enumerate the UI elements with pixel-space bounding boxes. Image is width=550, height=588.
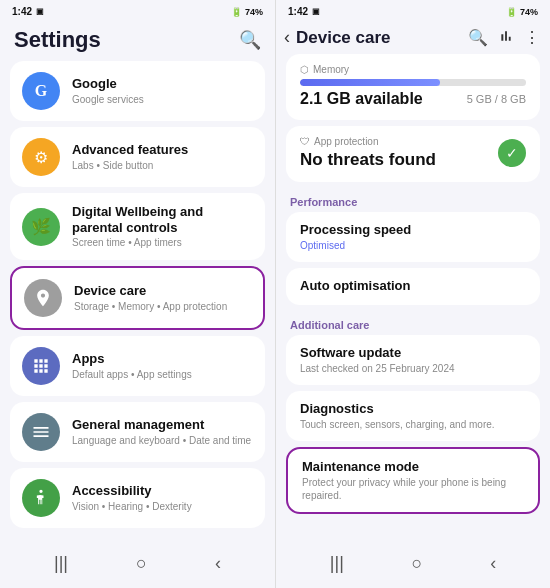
right-header-icons: 🔍 ⋮ [468,28,540,47]
devicecare-icon [24,279,62,317]
protection-text: 🛡 App protection No threats found [300,136,436,170]
protection-section: 🛡 App protection No threats found ✓ [286,126,540,182]
right-chart-icon[interactable] [498,28,514,47]
left-panel: 1:42 ▣ 🔋 74% Settings 🔍 G Google Google … [0,0,275,588]
left-time: 1:42 [12,6,32,17]
settings-item-wellbeing[interactable]: 🌿 Digital Wellbeing and parental control… [10,193,265,260]
right-more-icon[interactable]: ⋮ [524,28,540,47]
left-status-bar: 1:42 ▣ 🔋 74% [0,0,275,21]
protection-label: 🛡 App protection [300,136,436,147]
advanced-subtitle: Labs • Side button [72,159,253,172]
left-status-left: 1:42 ▣ [12,6,44,17]
settings-item-devicecare[interactable]: Device care Storage • Memory • App prote… [10,266,265,330]
apps-title: Apps [72,351,253,367]
apps-subtitle: Default apps • App settings [72,368,253,381]
left-nav-back[interactable]: ‹ [205,549,231,578]
devicecare-text: Device care Storage • Memory • App prote… [74,283,251,313]
left-battery: 74% [245,7,263,17]
left-header: Settings 🔍 [0,21,275,61]
left-nav-menu[interactable]: ||| [44,549,78,578]
accessibility-title: Accessibility [72,483,253,499]
memory-stats: 2.1 GB available 5 GB / 8 GB [300,90,526,108]
right-panel: 1:42 ▣ 🔋 74% ‹ Device care 🔍 ⋮ ⬡ Memor [275,0,550,588]
accessibility-icon [22,479,60,517]
devicecare-subtitle: Storage • Memory • App protection [74,300,251,313]
settings-item-advanced[interactable]: ⚙ Advanced features Labs • Side button [10,127,265,187]
left-bottom-nav: ||| ○ ‹ [0,541,275,588]
google-icon: G [22,72,60,110]
google-text: Google Google services [72,76,253,106]
google-title: Google [72,76,253,92]
settings-item-google[interactable]: G Google Google services [10,61,265,121]
right-time: 1:42 [288,6,308,17]
right-bottom-nav: ||| ○ ‹ [276,541,550,588]
diagnostics-item[interactable]: Diagnostics Touch screen, sensors, charg… [286,391,540,441]
left-page-title: Settings [14,27,101,53]
left-battery-icon: 🔋 [231,7,242,17]
settings-item-accessibility[interactable]: Accessibility Vision • Hearing • Dexteri… [10,468,265,528]
additional-header: Additional care [286,311,540,335]
right-status-left: 1:42 ▣ [288,6,320,17]
processing-speed-item[interactable]: Processing speed Optimised [286,212,540,262]
check-icon: ✓ [498,139,526,167]
general-subtitle: Language and keyboard • Date and time [72,434,253,447]
apps-icon [22,347,60,385]
right-status-bar: 1:42 ▣ 🔋 74% [276,0,550,21]
wellbeing-subtitle: Screen time • App timers [72,236,253,249]
devicecare-title: Device care [74,283,251,299]
right-search-icon[interactable]: 🔍 [468,28,488,47]
apps-text: Apps Default apps • App settings [72,351,253,381]
diagnostics-subtitle: Touch screen, sensors, charging, and mor… [300,418,526,431]
software-update-subtitle: Last checked on 25 February 2024 [300,362,526,375]
advanced-icon: ⚙ [22,138,60,176]
left-nav-home[interactable]: ○ [126,549,157,578]
shield-icon: 🛡 [300,136,310,147]
advanced-title: Advanced features [72,142,253,158]
wellbeing-icon: 🌿 [22,208,60,246]
software-update-title: Software update [300,345,526,360]
settings-item-general[interactable]: General management Language and keyboard… [10,402,265,462]
memory-label: ⬡ Memory [300,64,526,75]
right-status-right: 🔋 74% [506,7,538,17]
right-header: ‹ Device care 🔍 ⋮ [276,21,550,54]
memory-icon: ⬡ [300,64,309,75]
right-page-title: Device care [296,28,468,48]
general-text: General management Language and keyboard… [72,417,253,447]
maintenance-mode-subtitle: Protect your privacy while your phone is… [302,476,524,502]
memory-bar [300,79,526,86]
processing-speed-title: Processing speed [300,222,526,237]
maintenance-mode-item[interactable]: Maintenance mode Protect your privacy wh… [286,447,540,514]
memory-available: 2.1 GB available [300,90,423,108]
auto-optimisation-item[interactable]: Auto optimisation [286,268,540,305]
settings-item-apps[interactable]: Apps Default apps • App settings [10,336,265,396]
right-status-icon: ▣ [312,7,320,16]
right-content: ⬡ Memory 2.1 GB available 5 GB / 8 GB 🛡 … [276,54,550,541]
diagnostics-title: Diagnostics [300,401,526,416]
left-settings-list: G Google Google services ⚙ Advanced feat… [0,61,275,541]
accessibility-text: Accessibility Vision • Hearing • Dexteri… [72,483,253,513]
protection-title: No threats found [300,150,436,170]
right-nav-menu[interactable]: ||| [320,549,354,578]
right-nav-back[interactable]: ‹ [480,549,506,578]
maintenance-mode-title: Maintenance mode [302,459,524,474]
software-update-item[interactable]: Software update Last checked on 25 Febru… [286,335,540,385]
accessibility-subtitle: Vision • Hearing • Dexterity [72,500,253,513]
back-button[interactable]: ‹ [284,27,290,48]
left-status-right: 🔋 74% [231,7,263,17]
right-nav-home[interactable]: ○ [402,549,433,578]
right-battery: 74% [520,7,538,17]
google-subtitle: Google services [72,93,253,106]
memory-total: 5 GB / 8 GB [467,93,526,105]
general-title: General management [72,417,253,433]
wellbeing-title: Digital Wellbeing and parental controls [72,204,253,235]
performance-header: Performance [286,188,540,212]
general-icon [22,413,60,451]
left-search-icon[interactable]: 🔍 [239,29,261,51]
auto-optimisation-title: Auto optimisation [300,278,526,293]
advanced-text: Advanced features Labs • Side button [72,142,253,172]
wellbeing-text: Digital Wellbeing and parental controls … [72,204,253,249]
right-battery-icon: 🔋 [506,7,517,17]
memory-section: ⬡ Memory 2.1 GB available 5 GB / 8 GB [286,54,540,120]
processing-speed-subtitle: Optimised [300,239,526,252]
memory-bar-fill [300,79,440,86]
